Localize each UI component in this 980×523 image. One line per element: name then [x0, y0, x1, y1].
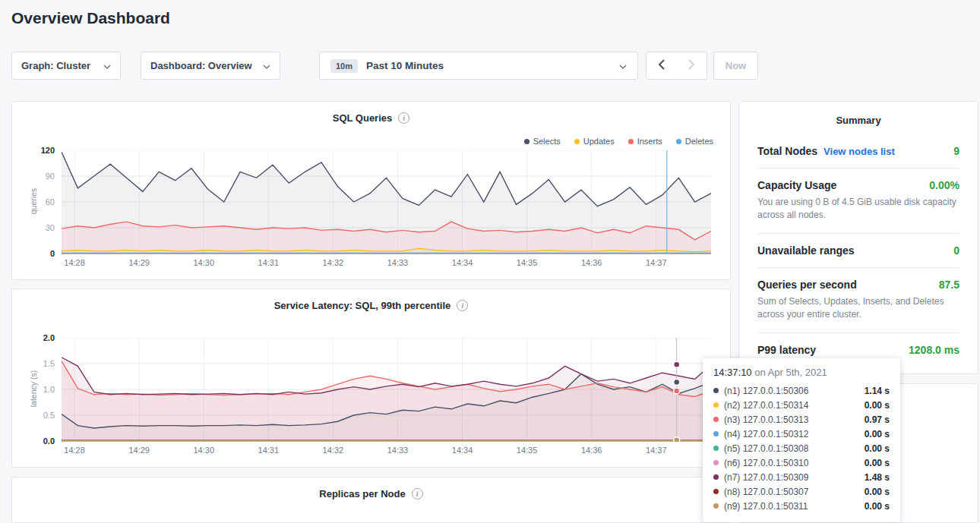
node-color-dot [713, 474, 719, 480]
summary-value: 0.00% [929, 179, 959, 191]
node-color-dot [713, 388, 719, 393]
chart-title: Replicas per Node [319, 488, 405, 499]
chart-title: Service Latency: SQL, 99th percentile [274, 300, 451, 311]
summary-description: Sum of Selects, Updates, Inserts, and De… [757, 295, 959, 322]
summary-label: Unavailable ranges [757, 244, 855, 257]
info-icon[interactable]: i [412, 488, 423, 499]
node-color-dot [713, 402, 719, 408]
summary-label: Capacity Usage [757, 179, 836, 191]
chevron-right-icon [688, 59, 695, 72]
summary-description: You are using 0 B of 4.5 GiB usable disk… [757, 196, 959, 222]
info-icon[interactable]: i [398, 112, 409, 124]
tooltip-row: (n8) 127.0.0.1:503070.00 s [713, 484, 890, 499]
summary-value: 0 [953, 244, 959, 257]
view-nodes-list-link[interactable]: View nodes list [824, 146, 895, 157]
x-axis-ticks: 14:2814:2914:3014:3114:3214:3314:3414:35… [12, 446, 730, 458]
tooltip-row: (n1) 127.0.0.1:503061.14 s [713, 383, 890, 398]
summary-value: 9 [953, 145, 959, 157]
chart-legend: SelectsUpdatesInsertsDeletes [524, 137, 713, 146]
node-color-dot [713, 460, 719, 465]
summary-value: 87.5 [939, 279, 959, 291]
now-button[interactable]: Now [713, 52, 758, 80]
tooltip-row: (n9) 127.0.0.1:503110.00 s [713, 499, 890, 513]
node-color-dot [713, 503, 719, 509]
legend-item[interactable]: Inserts [628, 137, 662, 146]
tooltip-row: (n2) 127.0.0.1:503140.00 s [713, 398, 890, 412]
legend-item[interactable]: Deletes [676, 137, 713, 146]
node-color-dot [713, 446, 719, 451]
time-range-label: Past 10 Minutes [366, 60, 619, 71]
page-title: Overview Dashboard [11, 9, 170, 27]
summary-label: Queries per second [757, 279, 857, 291]
time-next-button[interactable] [676, 52, 707, 80]
time-range-badge: 10m [330, 59, 358, 73]
chart-title: SQL Queries [333, 112, 393, 124]
service-latency-plot[interactable] [62, 338, 711, 442]
tooltip-row: (n4) 127.0.0.1:503120.00 s [713, 427, 890, 441]
summary-value: 1208.0 ms [909, 344, 959, 356]
time-prev-button[interactable] [646, 52, 677, 80]
node-color-dot [713, 489, 719, 494]
x-axis-ticks: 14:2814:2914:3014:3114:3214:3314:3414:35… [12, 258, 730, 270]
dashboard-dropdown-label: Dashboard: Overview [150, 60, 252, 71]
summary-title: Summary [739, 102, 978, 134]
node-color-dot [713, 431, 719, 436]
tooltip-node-rows: (n1) 127.0.0.1:503061.14 s(n2) 127.0.0.1… [713, 383, 890, 513]
y-axis-ticks: 0306090120 [12, 102, 55, 279]
chevron-down-icon [263, 60, 270, 71]
time-range-dropdown[interactable]: 10m Past 10 Minutes [319, 52, 638, 80]
y-axis-ticks: 0.00.51.01.52.0 [12, 289, 55, 467]
summary-label: Total Nodes [757, 145, 817, 157]
summary-row-capacity-usage: Capacity Usage 0.00% You are using 0 B o… [757, 169, 959, 234]
chevron-down-icon [619, 60, 627, 71]
sql-queries-plot[interactable] [62, 150, 711, 254]
dashboard-dropdown[interactable]: Dashboard: Overview [141, 52, 280, 80]
tooltip-timestamp: 14:37:10 on Apr 5th, 2021 [713, 367, 890, 378]
tooltip-row: (n3) 127.0.0.1:503130.97 s [713, 412, 890, 427]
summary-row-unavailable-ranges: Unavailable ranges 0 [757, 234, 959, 268]
tooltip-row: (n7) 127.0.0.1:503091.48 s [713, 470, 890, 484]
summary-label: P99 latency [757, 344, 816, 356]
sql-queries-chart-card: SQL Queries i SelectsUpdatesInsertsDelet… [11, 101, 731, 280]
overview-dashboard-page: Overview Dashboard Graph: Cluster Dashbo… [0, 0, 980, 523]
node-color-dot [713, 417, 719, 422]
summary-row-queries-per-second: Queries per second 87.5 Sum of Selects, … [757, 268, 959, 333]
graph-dropdown-label: Graph: Cluster [21, 60, 90, 71]
graph-dropdown[interactable]: Graph: Cluster [11, 52, 121, 80]
chart-hover-tooltip: 14:37:10 on Apr 5th, 2021 (n1) 127.0.0.1… [703, 358, 900, 522]
chevron-down-icon [103, 60, 111, 71]
summary-panel: Summary Total Nodes View nodes list 9 Ca… [738, 101, 978, 374]
legend-item[interactable]: Selects [524, 137, 561, 146]
tooltip-row: (n6) 127.0.0.1:503100.00 s [713, 455, 890, 470]
tooltip-row: (n5) 127.0.0.1:503080.00 s [713, 441, 890, 455]
summary-row-total-nodes: Total Nodes View nodes list 9 [757, 134, 959, 169]
service-latency-chart-card: Service Latency: SQL, 99th percentile i … [11, 288, 731, 468]
info-icon[interactable]: i [457, 300, 468, 311]
chevron-left-icon [658, 59, 665, 72]
legend-item[interactable]: Updates [574, 137, 615, 146]
replicas-per-node-chart-card: Replicas per Node i [11, 477, 731, 523]
